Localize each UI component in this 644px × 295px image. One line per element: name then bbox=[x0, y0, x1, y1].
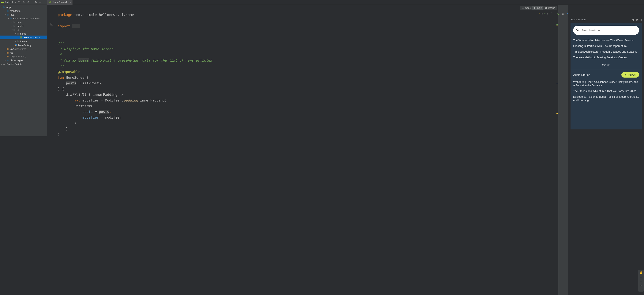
tree-model[interactable]: ▸model bbox=[0, 24, 47, 28]
tab-homescreen[interactable]: HomeScreen.kt ✕ bbox=[47, 0, 73, 5]
tree-res-gen[interactable]: res (generated) bbox=[0, 55, 47, 58]
svg-point-1 bbox=[19, 2, 19, 3]
code-area[interactable]: package com.example.hellonews.ui.home im… bbox=[56, 5, 298, 136]
collapse-all-icon[interactable] bbox=[26, 1, 30, 4]
tree-java-gen[interactable]: ▸java (generated) bbox=[0, 47, 47, 51]
tree-res[interactable]: ▸res bbox=[0, 51, 47, 55]
svg-point-6 bbox=[15, 44, 17, 46]
tree-java[interactable]: ▾java bbox=[0, 13, 47, 17]
tree-mainactivity[interactable]: MainActivity bbox=[0, 43, 47, 47]
tree-gradle[interactable]: ▸Gradle Scripts bbox=[0, 62, 47, 66]
gear-icon[interactable] bbox=[34, 1, 38, 4]
fold-icon[interactable]: + bbox=[50, 23, 53, 26]
project-type-label[interactable]: Android bbox=[5, 1, 13, 4]
tree-root-app[interactable]: ▾app bbox=[0, 5, 47, 9]
hide-panel-icon[interactable] bbox=[38, 1, 42, 4]
tree-ui-packages[interactable]: ▸ui-packages bbox=[0, 58, 47, 62]
tree-manifests[interactable]: ▸manifests bbox=[0, 9, 47, 13]
svg-point-7 bbox=[15, 45, 16, 46]
expand-all-icon[interactable] bbox=[22, 1, 26, 4]
tree-homescreen-file[interactable]: HomeScreen.kt bbox=[0, 36, 47, 39]
editor-tabs: HomeScreen.kt ✕ bbox=[47, 0, 298, 5]
tree-package[interactable]: ▾com.example.hellonews bbox=[0, 17, 47, 20]
kotlin-file-icon bbox=[48, 1, 51, 4]
tree-theme[interactable]: ▸theme bbox=[0, 39, 47, 43]
tree-ui[interactable]: ▾ui bbox=[0, 28, 47, 32]
svg-rect-2 bbox=[40, 2, 41, 2]
svg-rect-5 bbox=[20, 37, 22, 39]
sync-icon[interactable] bbox=[18, 1, 21, 4]
close-tab-icon[interactable]: ✕ bbox=[69, 1, 71, 4]
android-logo-icon bbox=[1, 1, 4, 4]
tree-data[interactable]: ▸data bbox=[0, 20, 47, 24]
tab-label: HomeScreen.kt bbox=[52, 1, 68, 4]
doc-structure-icon[interactable]: ≡ bbox=[51, 33, 52, 36]
code-editor: Code Split Design ⚠5 ⚠1 ˄˅ ⋮ + ≡ package… bbox=[47, 5, 298, 136]
editor-gutter[interactable]: + ≡ bbox=[47, 5, 56, 136]
dropdown-arrow-icon[interactable]: ▼ bbox=[14, 1, 16, 3]
tree-home[interactable]: ▾home bbox=[0, 32, 47, 36]
project-sidebar: ▾app ▸manifests ▾java ▾com.example.hello… bbox=[0, 0, 47, 136]
